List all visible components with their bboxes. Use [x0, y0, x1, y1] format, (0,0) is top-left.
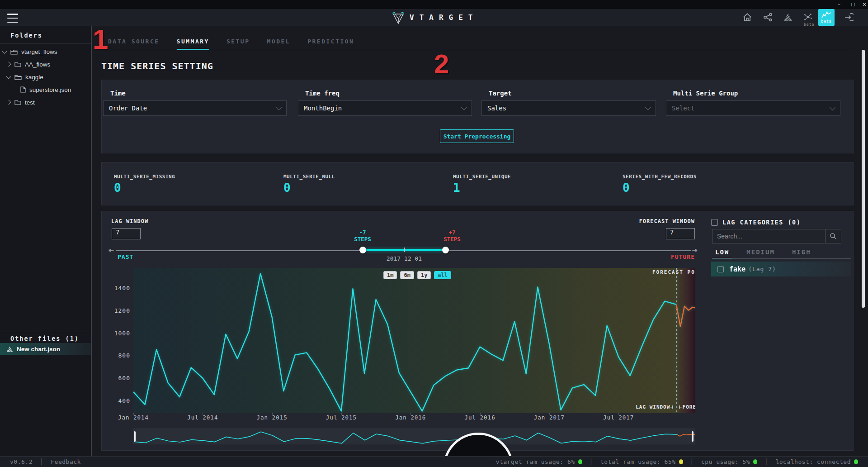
sidebar-item-aa-flows[interactable]: AA_flows	[0, 58, 91, 71]
folder-icon	[14, 62, 21, 67]
maximize-button[interactable]: ▢	[848, 0, 858, 9]
past-label: PAST	[118, 253, 133, 260]
minimize-button[interactable]: –	[834, 0, 844, 9]
tab-setup[interactable]: SETUP	[226, 38, 250, 50]
lag-window-input[interactable]: 7	[112, 228, 141, 239]
status-bar: v0.6.2 │ Feedback vtarget ram usage: 6%│…	[0, 456, 868, 467]
share-icon[interactable]	[763, 12, 774, 23]
stats-panel	[101, 162, 854, 205]
tab-summary[interactable]: SUMMARY	[177, 38, 209, 50]
lag-tab-medium[interactable]: MEDIUM	[744, 248, 778, 259]
time-select[interactable]: Order Date	[103, 100, 287, 116]
forecast-window-input[interactable]: 7	[666, 228, 695, 239]
vtarget-logo-icon	[392, 11, 405, 25]
plus-steps-label: +7STEPS	[432, 229, 472, 243]
lag-tab-low[interactable]: LOW	[712, 248, 732, 259]
future-label: FUTURE	[650, 253, 695, 260]
beta-label: beta	[804, 23, 814, 27]
x-axis-tick-mark	[480, 413, 481, 415]
y-axis-tick-label: 400	[99, 397, 130, 404]
lag-categories-checkbox[interactable]	[711, 219, 718, 226]
chevron-down-icon[interactable]	[2, 48, 7, 53]
app-header: VTARGET beta beta	[0, 9, 868, 26]
slider-date-tick	[404, 248, 405, 252]
folder-open-icon	[14, 74, 22, 80]
sidebar-item-vtarget-flows[interactable]: vtarget_flows	[0, 45, 91, 58]
divider: │	[40, 458, 43, 465]
sidebar-item-kaggle[interactable]: kaggle	[0, 71, 91, 83]
mountain-icon[interactable]	[783, 12, 794, 23]
tab-data-source[interactable]: DATA SOURCE	[108, 38, 160, 50]
status-item: localhost: connected	[775, 458, 858, 465]
range-button-1m[interactable]: 1m	[383, 271, 397, 279]
x-axis-tick-mark	[410, 413, 411, 415]
folder-open-icon	[10, 49, 18, 55]
annotation-1: 1	[93, 25, 108, 53]
chevron-down-icon	[645, 105, 651, 110]
page-title: TIME SERIES SETTING	[101, 61, 213, 71]
item-label: superstore.json	[29, 86, 71, 93]
multi-serie-field-label: Multi Serie Group	[673, 90, 738, 97]
multi-serie-select[interactable]: Select	[666, 100, 840, 116]
range-button-1y[interactable]: 1y	[417, 271, 431, 279]
status-item: total ram usage: 65%	[600, 458, 683, 465]
beta-chart-active-icon[interactable]: beta	[818, 9, 835, 26]
x-axis-tick-label: Jul 2015	[321, 414, 362, 421]
annotation-2: 2	[434, 51, 449, 78]
chevron-down-icon[interactable]	[6, 74, 11, 79]
vertical-scrollbar-thumb[interactable]	[862, 50, 865, 308]
item-label: test	[25, 99, 35, 106]
sidebar-item-superstore-json[interactable]: superstore.json	[0, 83, 91, 96]
app-title: VTARGET	[410, 13, 478, 22]
lag-tab-high[interactable]: HIGH	[789, 248, 814, 259]
folders-header: Folders	[10, 32, 42, 39]
feedback-link[interactable]: Feedback	[51, 458, 81, 465]
file-icon	[20, 86, 26, 93]
target-select[interactable]: Sales	[481, 100, 656, 116]
item-checkbox[interactable]	[717, 266, 724, 272]
chevron-down-icon	[830, 105, 835, 110]
chart-navigator[interactable]	[133, 429, 695, 444]
tab-prediction[interactable]: PREDICTION	[307, 38, 354, 50]
range-button-6m[interactable]: 6m	[400, 271, 414, 279]
sidebar-item-test[interactable]: test	[0, 96, 91, 109]
target-field-label: Target	[489, 90, 512, 97]
logout-icon[interactable]	[844, 12, 854, 23]
chart-lines	[133, 268, 695, 413]
home-icon[interactable]	[742, 12, 753, 23]
stat-value: 0	[283, 181, 291, 195]
search-icon	[830, 233, 837, 240]
close-button[interactable]: ✕	[859, 0, 868, 9]
lag-category-item[interactable]: fake (Lag 7)	[711, 262, 851, 276]
search-input[interactable]: Search...	[712, 229, 841, 243]
slider-handle-left[interactable]	[359, 247, 366, 253]
y-axis-tick-label: 1000	[99, 330, 130, 337]
status-item: cpu usage: 5%	[701, 458, 757, 465]
navigator-handle-left[interactable]	[134, 431, 136, 442]
y-axis-tick-label: 800	[99, 352, 130, 359]
time-freq-select[interactable]: MonthBegin	[298, 100, 472, 116]
range-button-all[interactable]: all	[434, 271, 451, 279]
beta-cluster-icon[interactable]: beta	[803, 12, 814, 23]
time-series-chart[interactable]: 1m6m1yall FORECAST POINT LAG WINDOW⊣ ⊢FO…	[133, 268, 695, 413]
tab-model[interactable]: MODEL	[267, 38, 291, 50]
lag-category-tabs: LOWMEDIUMHIGH	[712, 248, 814, 259]
app-window: – ▢ ✕ VTARGET beta beta	[0, 0, 868, 467]
x-axis-tick-label: Jul 2014	[182, 414, 223, 421]
start-preprocessing-button[interactable]: Start Preprocessing	[440, 129, 514, 143]
sidebar-item-new-chart[interactable]: New chart.json	[0, 343, 91, 355]
time-freq-field-label: Time freq	[305, 90, 340, 97]
hamburger-menu-icon[interactable]	[7, 13, 18, 24]
y-axis-tick-label: 600	[99, 375, 130, 381]
navigator-handle-right[interactable]	[692, 431, 693, 442]
x-axis-tick-mark	[203, 413, 203, 415]
search-button[interactable]	[825, 229, 841, 243]
slider-handle-right[interactable]	[442, 247, 449, 253]
folder-tree: vtarget_flowsAA_flowskagglesuperstore.js…	[0, 45, 91, 109]
item-label: kaggle	[25, 74, 43, 81]
chevron-right-icon[interactable]	[6, 100, 11, 105]
chevron-right-icon[interactable]	[6, 62, 11, 67]
divider	[712, 258, 851, 259]
forecast-point-label: FORECAST POINT	[652, 269, 695, 275]
item-label: AA_flows	[25, 61, 50, 68]
